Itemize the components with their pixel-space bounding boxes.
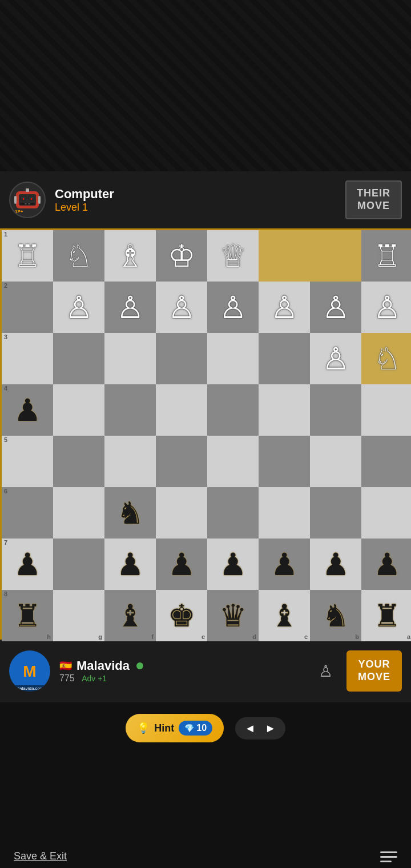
menu-line-1 [380,851,397,853]
controls-bar: 💡 Hint 💎 10 ◄ ► [0,702,411,754]
cell-a3[interactable]: ♘ [361,333,411,384]
file-label-a: a [407,634,410,640]
cell-a4[interactable] [361,384,411,436]
your-move-button[interactable]: YOURMOVE [346,650,402,691]
cell-d5[interactable] [207,436,259,487]
svg-rect-10 [28,203,30,204]
cell-d2[interactable]: ♙ [207,282,259,333]
cell-h3[interactable]: 3 [2,333,53,384]
cell-d8[interactable]: d♛ [207,590,259,641]
cell-c3[interactable] [259,333,310,384]
opponent-level: Level 1 [55,202,336,214]
cell-e7[interactable]: ♟ [156,539,207,590]
hint-label: Hint [154,722,174,734]
bottom-bar: Save & Exit [0,754,411,868]
cell-f5[interactable] [104,436,156,487]
player-bar: M malavida.com 🇪🇸 Malavida 775 Adv +1 ♙ … [0,640,411,702]
cell-c6[interactable] [259,487,310,539]
cell-e2[interactable]: ♙ [156,282,207,333]
cell-b6[interactable] [310,487,361,539]
chess-board[interactable]: 1♖♘♗♔♕♖2♙♙♙♙♙♙♙3♙♘4♟56♞7♟♟♟♟♟♟♟8h♜gf♝e♚d… [0,228,411,640]
cell-c2[interactable]: ♙ [259,282,310,333]
cell-f1[interactable]: ♗ [104,230,156,282]
cell-g5[interactable] [53,436,104,487]
opponent-bar: 1P+ Computer Level 1 THEIRMOVE [0,171,411,228]
cell-c7[interactable]: ♟ [259,539,310,590]
rank-label-4: 4 [4,385,7,392]
player-avatar: M malavida.com [9,650,50,692]
save-exit-button[interactable]: Save & Exit [14,850,67,862]
cell-h1[interactable]: 1♖ [2,230,53,282]
cell-f4[interactable] [104,384,156,436]
cell-d7[interactable]: ♟ [207,539,259,590]
cell-e5[interactable] [156,436,207,487]
top-bar [0,0,411,171]
cell-h5[interactable]: 5 [2,436,53,487]
cell-f8[interactable]: f♝ [104,590,156,641]
cell-g7[interactable] [53,539,104,590]
cell-a5[interactable] [361,436,411,487]
cell-c4[interactable] [259,384,310,436]
cell-h8[interactable]: 8h♜ [2,590,53,641]
cell-g8[interactable]: g [53,590,104,641]
cell-b5[interactable] [310,436,361,487]
piece-e1: ♔ [168,240,195,271]
cell-g6[interactable] [53,487,104,539]
piece-h4: ♟ [14,395,41,425]
rank-label-8: 8 [4,591,7,597]
cell-h4[interactable]: 4♟ [2,384,53,436]
cell-f6[interactable]: ♞ [104,487,156,539]
cell-e6[interactable] [156,487,207,539]
cell-f7[interactable]: ♟ [104,539,156,590]
cell-f3[interactable] [104,333,156,384]
cell-c1[interactable] [259,230,310,282]
cell-g2[interactable]: ♙ [53,282,104,333]
cell-e8[interactable]: e♚ [156,590,207,641]
cell-b4[interactable] [310,384,361,436]
cell-c5[interactable] [259,436,310,487]
cell-e4[interactable] [156,384,207,436]
cell-b1[interactable] [310,230,361,282]
player-info: 🇪🇸 Malavida 775 Adv +1 [59,658,309,684]
cell-g3[interactable] [53,333,104,384]
cell-a1[interactable]: ♖ [361,230,411,282]
hint-button[interactable]: 💡 Hint 💎 10 [126,714,224,742]
file-label-b: b [355,634,359,640]
menu-icon[interactable] [380,851,397,862]
piece-e7: ♟ [168,549,195,580]
file-label-f: f [151,634,154,640]
cell-h2[interactable]: 2 [2,282,53,333]
cell-a2[interactable]: ♙ [361,282,411,333]
cell-g4[interactable] [53,384,104,436]
next-move-button[interactable]: ► [265,722,276,735]
cell-a7[interactable]: ♟ [361,539,411,590]
cell-a8[interactable]: a♜ [361,590,411,641]
rank-label-1: 1 [4,231,7,238]
cell-d1[interactable]: ♕ [207,230,259,282]
cell-a6[interactable] [361,487,411,539]
cell-f2[interactable]: ♙ [104,282,156,333]
piece-b3: ♙ [322,343,349,374]
cell-e3[interactable] [156,333,207,384]
piece-c8: ♝ [271,600,298,631]
prev-move-button[interactable]: ◄ [244,722,256,735]
cell-c8[interactable]: c♝ [259,590,310,641]
rank-label-3: 3 [4,334,7,340]
piece-f1: ♗ [116,240,144,271]
piece-e8: ♚ [168,600,195,631]
cell-b2[interactable]: ♙ [310,282,361,333]
piece-f8: ♝ [116,600,144,631]
cell-b8[interactable]: b♞ [310,590,361,641]
player-flag: 🇪🇸 [59,660,72,672]
cell-d4[interactable] [207,384,259,436]
cell-h7[interactable]: 7♟ [2,539,53,590]
cell-e1[interactable]: ♔ [156,230,207,282]
cell-b3[interactable]: ♙ [310,333,361,384]
cell-g1[interactable]: ♘ [53,230,104,282]
cell-b7[interactable]: ♟ [310,539,361,590]
piece-b2: ♙ [322,292,349,323]
cell-d6[interactable] [207,487,259,539]
cell-h6[interactable]: 6 [2,487,53,539]
opponent-info: Computer Level 1 [55,187,336,214]
cell-d3[interactable] [207,333,259,384]
